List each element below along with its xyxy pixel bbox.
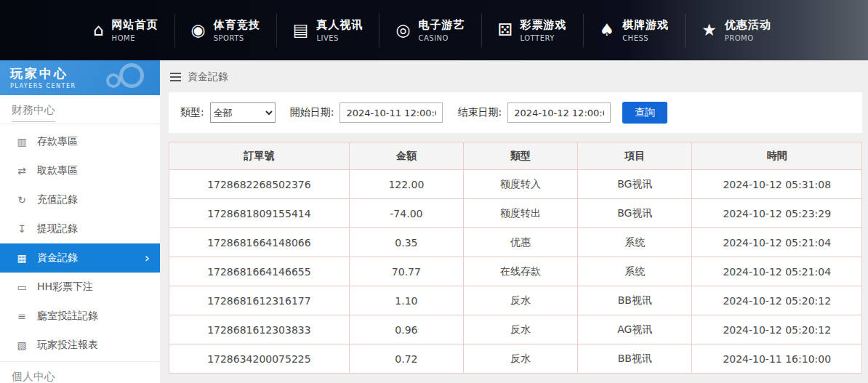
cell-item: BG视讯 [578,170,692,199]
page-title: 資金記錄 [188,70,228,84]
nav-item-text: 电子游艺CASINO [419,18,465,42]
nav-item-sublabel: CHESS [622,34,669,42]
lottery-bet-icon: ▭ [16,281,28,293]
nav-item-label: 网站首页 [112,18,158,32]
cell-order-no: 1728682268502376 [169,170,350,199]
cell-item: AG视讯 [578,315,692,344]
report-icon: ▧ [16,339,28,351]
filter-bar: 類型: 全部 開始日期: 结束日期: 查詢 [169,92,862,133]
sidebar-item-label: 廳室投註記錄 [37,310,98,323]
cell-amount: 70.77 [349,257,463,286]
cell-time: 2024-10-12 05:31:08 [692,170,862,199]
type-label: 類型: [180,106,204,119]
nav-item-text: 真人视讯LIVES [316,18,363,42]
column-header: 項目 [578,142,692,170]
nav-item-label: 优惠活动 [725,18,771,32]
nav-item-label: 体育竞技 [214,18,260,32]
nav-item-sublabel: LIVES [316,34,363,42]
cell-order-no: 1728681664146655 [169,257,350,286]
cell-order-no: 1728681664148066 [169,228,350,257]
sidebar-item-player-report[interactable]: ▧玩家投注報表 [0,331,160,360]
table-row: 1728681809155414-74.00额度转出BG视讯2024-10-12… [169,199,862,228]
cell-time: 2024-10-12 05:23:29 [692,199,862,228]
sidebar-item-lottery-bet[interactable]: ▭HH彩票下注 [0,273,160,302]
spade-icon: ♠ [600,22,615,39]
funds-record-icon: ▦ [16,252,28,264]
nav-item-sublabel: SPORTS [214,34,260,42]
nav-item-label: 彩票游戏 [521,18,567,32]
nav-item-text: 优惠活动PROMO [725,18,771,42]
cell-type: 反水 [464,286,578,315]
sidebar-menu: ▥存款專區⇄取款專區↻充值記錄↧提现記錄▦資金記錄›▭HH彩票下注≡廳室投註記錄… [0,124,160,360]
cell-amount: 0.72 [349,344,463,374]
cell-item: BG视讯 [578,199,692,228]
cell-time: 2024-10-12 05:21:04 [692,257,862,286]
nav-item-sublabel: LOTTERY [521,34,567,42]
nav-item-chess[interactable]: ♠棋牌游戏CHESS [584,14,686,47]
table-row: 17286816641480660.35优惠系统2024-10-12 05:21… [169,228,862,257]
cell-type: 额度转出 [464,199,578,228]
end-date-input[interactable] [507,102,611,123]
table-body: 1728682268502376122.00额度转入BG视讯2024-10-12… [169,170,862,374]
nav-item-promo[interactable]: ★优惠活动PROMO [686,14,787,47]
sidebar-item-label: 充值記錄 [37,193,78,206]
cell-amount: 1.10 [349,286,463,315]
sidebar-section-finance: 财務中心 [0,95,160,124]
sidebar-item-recharge-record[interactable]: ↻充值記錄 [0,185,160,214]
sidebar-item-withdraw-record[interactable]: ↧提现記錄 [0,214,160,243]
nav-item-lottery[interactable]: ⚄彩票游戏LOTTERY [482,14,584,47]
nav-item-lives[interactable]: ▤真人视讯LIVES [277,14,380,47]
sidebar-item-funds-record[interactable]: ▦資金記錄› [0,243,160,273]
cell-item: BB视讯 [578,286,692,315]
table-row: 17286342000752250.72反水BB视讯2024-10-11 16:… [169,344,862,374]
nav-item-label: 棋牌游戏 [622,18,669,32]
end-date-label: 结束日期: [457,106,502,119]
sidebar-header: 玩家中心 PLAYERS CENTER [0,60,160,95]
cell-order-no: 1728681612316177 [169,286,350,315]
cell-amount: 0.35 [349,228,463,257]
menu-icon[interactable] [170,73,181,81]
sidebar-item-label: 資金記錄 [37,251,78,265]
cell-time: 2024-10-11 16:10:00 [692,344,862,374]
nav-item-text: 网站首页HOME [112,18,158,42]
cell-item: 系统 [578,228,692,257]
sidebar-item-label: 玩家投注報表 [37,339,98,352]
cell-type: 反水 [464,344,578,374]
cell-type: 额度转入 [464,170,578,199]
sports-icon: ◉ [191,22,206,39]
cell-amount: 0.96 [349,315,463,344]
nav-item-text: 棋牌游戏CHESS [622,18,669,42]
nav-item-text: 体育竞技SPORTS [214,18,260,42]
cell-time: 2024-10-12 05:21:04 [692,228,862,257]
cell-type: 优惠 [464,228,578,257]
nav-item-sports[interactable]: ◉体育竞技SPORTS [175,14,277,47]
cell-order-no: 1728634200075225 [169,344,350,374]
cell-time: 2024-10-12 05:20:12 [692,286,862,315]
nav-item-sublabel: CASINO [419,34,465,42]
start-date-label: 開始日期: [290,106,334,119]
sidebar-item-deposit-zone[interactable]: ▥存款專區 [0,127,160,156]
column-header: 時間 [692,142,862,170]
cell-order-no: 1728681612303833 [169,315,350,344]
withdraw-record-icon: ↧ [16,223,28,235]
home-icon: ⌂ [93,22,104,39]
records-table-card: 訂單號金額類型項目時間 1728682268502376122.00额度转入BG… [169,142,862,374]
cell-amount: -74.00 [349,199,463,228]
nav-item-label: 电子游艺 [419,18,465,32]
nav-item-sublabel: HOME [112,34,158,42]
sidebar-item-withdraw-zone[interactable]: ⇄取款專區 [0,156,160,185]
chevron-right-icon: › [145,251,150,265]
bet-record-icon: ≡ [16,310,28,322]
nav-item-label: 真人视讯 [316,18,363,32]
start-date-input[interactable] [339,102,443,123]
lottery-icon: ⚄ [498,22,513,39]
type-select[interactable]: 全部 [210,102,276,123]
breadcrumb: 資金記錄 [169,68,862,92]
sidebar-item-room-bet-record[interactable]: ≡廳室投註記錄 [0,302,160,331]
nav-item-casino[interactable]: ◎电子游艺CASINO [379,14,481,47]
nav-item-home[interactable]: ⌂网站首页HOME [77,14,175,47]
chip-icon: ◎ [395,22,410,39]
search-button[interactable]: 查詢 [622,102,667,124]
recharge-record-icon: ↻ [16,194,28,206]
sidebar: 玩家中心 PLAYERS CENTER 财務中心 ▥存款專區⇄取款專區↻充值記錄… [0,60,160,383]
